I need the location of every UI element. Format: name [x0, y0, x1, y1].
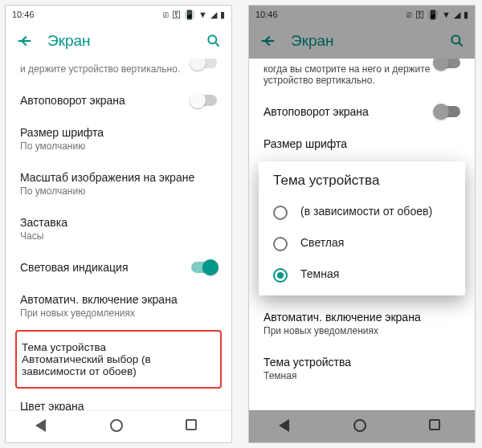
dialog-title: Тема устройства	[259, 173, 465, 197]
nav-home-icon[interactable]	[353, 419, 370, 435]
status-bar: 10:46 ⎚ ⚿ 📳 ▼ ◢ ▮	[6, 6, 231, 23]
list-item-partial[interactable]: и держите устройство вертикально.	[20, 59, 217, 84]
auto-on-sub: При новых уведомлениях	[20, 307, 217, 319]
list-item-autorotate[interactable]: Автоповорот экрана	[263, 96, 460, 128]
switch-autorotate[interactable]	[435, 106, 460, 117]
device-theme-sub: Автоматический выбор (в зависимости от о…	[22, 353, 215, 377]
page-title: Экран	[276, 32, 449, 50]
phone-left: 10:46 ⎚ ⚿ 📳 ▼ ◢ ▮ Экран и держите устрой…	[5, 5, 232, 443]
back-icon[interactable]	[259, 32, 276, 50]
battery-icon: ▮	[220, 10, 225, 20]
status-time: 10:46	[12, 10, 35, 19]
auto-on-label: Автоматич. включение экрана	[20, 293, 217, 306]
list-item-auto-on[interactable]: Автоматич. включение экрана При новых ув…	[20, 283, 217, 328]
radio-icon	[273, 268, 288, 283]
list-item-font-size[interactable]: Размер шрифта По умолчанию	[20, 116, 217, 161]
screen-color-label: Цвет экрана	[20, 400, 217, 410]
settings-list: и держите устройство вертикально. Автопо…	[6, 59, 231, 410]
nav-recents-icon[interactable]	[429, 419, 445, 435]
partial-text: и держите устройство вертикально.	[20, 63, 180, 75]
app-bar: Экран	[249, 23, 475, 59]
status-time: 10:46	[255, 10, 278, 19]
font-size-sub: По умолчанию	[20, 141, 217, 152]
svg-point-1	[451, 35, 460, 43]
device-theme-sub: Темная	[263, 370, 460, 381]
list-item-auto-on[interactable]: Автоматич. включение экрана При новых ув…	[263, 301, 460, 346]
theme-dialog: Тема устройства (в зависимости от обоев)…	[259, 161, 465, 295]
screensaver-label: Заставка	[20, 216, 217, 229]
auto-on-sub: При новых уведомлениях	[263, 325, 460, 336]
autorotate-label: Автоповорот экрана	[20, 94, 125, 107]
search-icon[interactable]	[449, 33, 465, 49]
switch-partial[interactable]	[191, 59, 217, 68]
search-icon[interactable]	[206, 33, 222, 49]
theme-option-light[interactable]: Светлая	[259, 228, 465, 259]
list-item-display-scale[interactable]: Масштаб изображения на экране По умолчан…	[20, 161, 217, 206]
list-item-device-theme[interactable]: Тема устройства Автоматический выбор (в …	[15, 330, 222, 389]
autorotate-label: Автоповорот экрана	[263, 105, 369, 118]
nav-recents-icon[interactable]	[186, 419, 202, 435]
cast-icon: ⎚	[163, 10, 169, 19]
nav-back-icon[interactable]	[279, 419, 295, 435]
phone-right: 10:46 ⎚ ⚿ 📳 ▼ ◢ ▮ Экран когда вы смотрит…	[248, 5, 476, 443]
option-label: Светлая	[300, 236, 344, 250]
device-theme-label: Тема устройства	[22, 341, 215, 353]
font-size-label: Размер шрифта	[263, 137, 460, 150]
wifi-icon: ▼	[198, 10, 207, 19]
list-item-screen-color[interactable]: Цвет экрана	[20, 390, 217, 410]
device-theme-label: Тема устройства	[263, 356, 460, 369]
radio-icon	[273, 237, 288, 251]
status-bar: 10:46 ⎚ ⚿ 📳 ▼ ◢ ▮	[249, 6, 475, 23]
theme-option-dark[interactable]: Темная	[259, 259, 465, 291]
partial-text: когда вы смотрите на него и держите устр…	[263, 63, 430, 86]
switch-autorotate[interactable]	[191, 95, 217, 106]
radio-icon	[273, 206, 288, 220]
switch-partial[interactable]	[435, 59, 460, 68]
app-bar: Экран	[6, 23, 231, 59]
list-item-light-indication[interactable]: Световая индикация	[20, 251, 217, 283]
svg-point-0	[208, 35, 216, 43]
list-item-device-theme[interactable]: Тема устройства Темная	[263, 346, 460, 391]
theme-option-auto[interactable]: (в зависимости от обоев)	[259, 197, 465, 228]
status-icons: ⎚ ⚿ 📳 ▼ ◢ ▮	[163, 10, 225, 20]
status-icons: ⎚ ⚿ 📳 ▼ ◢ ▮	[406, 10, 468, 20]
cast-icon: ⎚	[406, 10, 412, 19]
android-navbar	[249, 410, 475, 442]
switch-light-indication[interactable]	[191, 262, 217, 273]
auto-on-label: Автоматич. включение экрана	[263, 311, 460, 324]
vibrate-icon: 📳	[184, 10, 195, 20]
vpn-icon: ⚿	[415, 10, 424, 19]
font-size-label: Размер шрифта	[20, 126, 217, 139]
option-label: (в зависимости от обоев)	[300, 205, 432, 219]
screensaver-sub: Часы	[20, 230, 217, 242]
signal-icon: ◢	[454, 10, 460, 20]
vpn-icon: ⚿	[172, 10, 181, 19]
battery-icon: ▮	[464, 10, 468, 20]
list-item-font-size[interactable]: Размер шрифта	[263, 128, 460, 160]
list-item-partial[interactable]: когда вы смотрите на него и держите устр…	[263, 59, 460, 96]
nav-home-icon[interactable]	[110, 419, 126, 435]
option-label: Темная	[300, 267, 339, 282]
vibrate-icon: 📳	[427, 10, 439, 20]
signal-icon: ◢	[210, 10, 217, 20]
display-scale-label: Масштаб изображения на экране	[20, 171, 217, 184]
display-scale-sub: По умолчанию	[20, 185, 217, 197]
nav-back-icon[interactable]	[35, 419, 51, 435]
list-item-screensaver[interactable]: Заставка Часы	[20, 206, 217, 251]
list-item-autorotate[interactable]: Автоповорот экрана	[20, 84, 217, 116]
light-indication-label: Световая индикация	[20, 261, 128, 274]
wifi-icon: ▼	[442, 10, 451, 19]
back-icon[interactable]	[15, 32, 33, 50]
page-title: Экран	[33, 32, 206, 50]
android-navbar	[6, 410, 231, 442]
